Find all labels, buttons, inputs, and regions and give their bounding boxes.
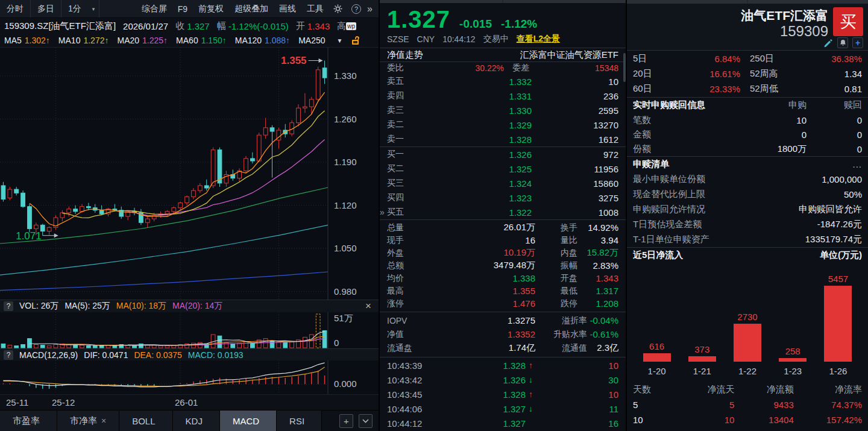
macd-pane-header: ? MACD(12,26,9) DIF: 0.0471 DEA: 0.0375 … — [0, 348, 379, 360]
high-label: 高 — [337, 20, 346, 32]
bid-row[interactable]: 买三1.32415860 — [387, 176, 618, 190]
tab-bar-actions: + — [339, 411, 379, 431]
netflow-table-row: 101013404157.42% — [633, 412, 862, 427]
indicator-tab[interactable]: 市净率× — [57, 411, 119, 431]
help-icon[interactable]: ? — [351, 4, 361, 14]
macd-chart[interactable] — [0, 360, 379, 394]
toolbar-item[interactable]: 画线 — [274, 4, 301, 14]
close-label: 收 — [175, 20, 184, 32]
period-dropdown-icon[interactable]: ▾ — [88, 0, 100, 17]
performance-section: 5日6.84%250日36.38%20日16.61%52周高1.3460日23.… — [627, 51, 868, 98]
tick-list: 10:43:391.328↑1010:43:421.326↓3010:43:45… — [380, 357, 626, 431]
stats-row: 均价1.338开盘1.343 — [387, 272, 618, 285]
currency: CNY — [417, 34, 435, 44]
netflow-bar-chart[interactable]: 61637327302585457 — [627, 263, 868, 362]
collapse-panel-icon[interactable]: » — [380, 207, 385, 217]
kline-chart[interactable]: 1.3301.2601.1901.1201.0500.9801.3551.071 — [0, 48, 379, 300]
svg-text:1.260: 1.260 — [334, 114, 357, 124]
fund-full-name: 汇添富中证油气资源ETF — [520, 49, 618, 61]
vol-axis-min: 0 — [334, 338, 339, 348]
macd-chart-area: 0.000 — [0, 360, 379, 394]
ma-legend-bar: MA51.302↑MA101.272↑MA201.225↑MA601.150↑M… — [0, 34, 379, 47]
svg-text:1.071: 1.071 — [16, 230, 42, 242]
bid-row[interactable]: 买二1.32511956 — [387, 162, 618, 176]
netflow-bar: 2730 — [725, 312, 770, 362]
ma-dropdown-icon[interactable]: ▼ — [336, 37, 342, 44]
gear-icon[interactable] — [333, 4, 343, 14]
svg-text:1.120: 1.120 — [334, 200, 357, 210]
tab-intraday[interactable]: 分时 — [0, 0, 31, 17]
l2-panorama-link[interactable]: 查看L2全景 — [517, 34, 560, 45]
netflow-x-label: 1-26 — [816, 366, 861, 376]
indicator-tab[interactable]: MACD — [220, 411, 277, 431]
last-price-row: 1.327 -0.015 -1.12% — [380, 3, 626, 33]
vol-help-icon[interactable]: ? — [4, 301, 13, 311]
symbol-name: 159309.SZ[油气ETF汇添富] — [4, 20, 116, 32]
indicator-list-button[interactable] — [359, 414, 373, 428]
bid-row[interactable]: 买四1.3233275 — [387, 190, 618, 205]
bid-row[interactable]: 买五1.3221008 — [387, 205, 618, 219]
x-label-jan: 26-01 — [175, 397, 198, 407]
trade-date: 2026/01/27 — [123, 21, 168, 31]
netflow-x-label: 1-23 — [770, 366, 816, 376]
chart-toolbar: 分时 多日 1分 ▾ 综合屏F9前复权超级叠加画线工具 ? » — [0, 0, 379, 18]
netflow-bar: 258 — [770, 346, 816, 362]
indicator-tab[interactable]: KDJ — [173, 411, 220, 431]
daily-stats: 总量26.01万换手14.92%现手16量比3.94外盘10.19万内盘15.8… — [380, 220, 626, 312]
toolbar-item[interactable]: F9 — [172, 4, 193, 14]
toolbar-item[interactable]: 工具 — [301, 4, 329, 14]
indicator-tab[interactable]: 市盈率 — [0, 411, 57, 431]
kline-chart-area: 1.3301.2601.1901.1201.0500.9801.3551.071 — [0, 47, 379, 300]
creation-list-row: 现金替代比例上限50% — [627, 187, 868, 202]
creation-list-row: T-1日单位申赎资产1335179.74元 — [627, 232, 868, 247]
subscription-row: 金额00 — [627, 127, 868, 142]
indicator-tab-bar: 市盈率市净率×BOLLKDJMACDRSI + — [0, 410, 379, 431]
nav-trend-label[interactable]: 净值走势 — [387, 49, 423, 61]
indicator-tab[interactable]: RSI — [277, 411, 322, 431]
weibi-label: 委比 — [387, 63, 414, 74]
vol-value: VOL: 26万 — [19, 301, 58, 312]
indicator-tab[interactable]: BOLL — [119, 411, 172, 431]
tab-close-icon: × — [101, 416, 106, 426]
unlock-icon[interactable] — [352, 36, 359, 45]
subscription-header: 实时申购赎回信息 申购 赎回 — [627, 98, 868, 113]
netflow-x-label: 1-20 — [634, 366, 679, 376]
nav-stats: IOPV1.3275溢折率-0.04%净值1.3352升贴水率-0.61%流通盘… — [380, 312, 626, 357]
fund-info-panel: 油气ETF汇添富 159309 买 + 5日6.84%250日36.38%20日… — [627, 0, 868, 431]
netflow-bar: 616 — [634, 341, 679, 362]
macd-help-icon[interactable]: ? — [4, 350, 13, 360]
add-indicator-button[interactable]: + — [339, 414, 353, 428]
toolbar-item[interactable]: 超级叠加 — [229, 4, 274, 14]
trading-status: 交易中 — [483, 34, 509, 45]
toolbar-item[interactable]: 综合屏 — [136, 4, 172, 14]
macd-title: MACD(12,26,9) — [19, 350, 78, 360]
add-watchlist-icon[interactable]: + — [852, 37, 863, 48]
price-change-pct: -1.12% — [501, 17, 537, 31]
x-label-nov: 25-11 — [6, 397, 28, 407]
ask-row[interactable]: 卖二1.32913270 — [387, 118, 618, 132]
tab-multiday[interactable]: 多日 — [31, 0, 61, 17]
fund-header-icons: + — [823, 37, 863, 48]
toolbar-more-icon[interactable]: » — [367, 4, 373, 14]
subscription-row: 笔数100 — [627, 113, 868, 127]
quote-time: 10:44:12 — [442, 34, 476, 44]
svg-text:1.330: 1.330 — [334, 71, 357, 81]
svg-text:1.355: 1.355 — [281, 55, 307, 66]
toolbar-item[interactable]: 前复权 — [193, 4, 229, 14]
alert-bell-icon[interactable] — [837, 37, 848, 48]
ask-row[interactable]: 卖四1.331236 — [387, 89, 618, 103]
stats-row: 最高1.355最低1.317 — [387, 285, 618, 297]
ask-row[interactable]: 卖一1.3281612 — [387, 132, 618, 146]
ask-row[interactable]: 卖三1.3302595 — [387, 103, 618, 118]
ask-book: 卖五1.33210卖四1.331236卖三1.3302595卖二1.329132… — [380, 74, 626, 147]
more-icon[interactable]: ... — [852, 159, 862, 169]
ask-row[interactable]: 卖五1.33210 — [387, 74, 618, 89]
tab-period-1min[interactable]: 1分 — [61, 0, 88, 17]
weibi-value: 30.22% — [414, 63, 504, 73]
edit-icon[interactable] — [823, 38, 833, 48]
buy-button[interactable]: 买 — [833, 7, 863, 36]
vol-ma10: MA(10): 18万 — [116, 301, 166, 312]
bid-row[interactable]: 买一1.326972 — [387, 147, 618, 162]
vol-close-icon[interactable]: × — [362, 300, 375, 312]
volume-chart[interactable] — [0, 312, 379, 348]
